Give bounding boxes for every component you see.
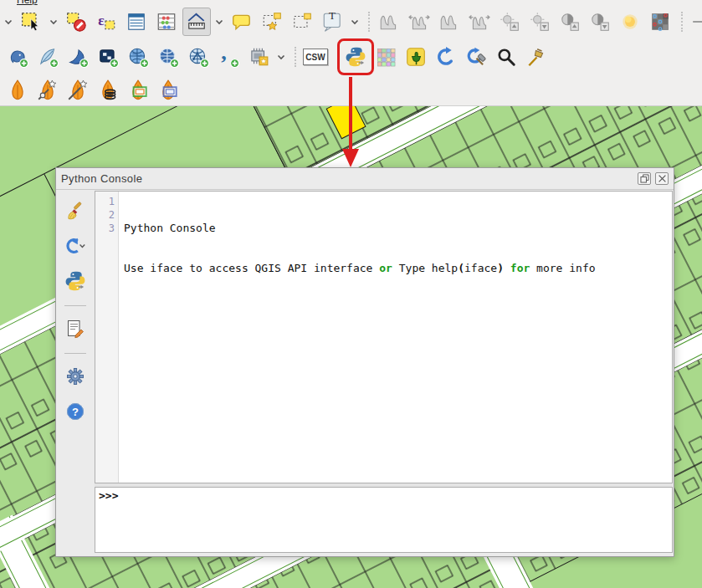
select-by-expression-button[interactable]: ε	[92, 8, 120, 36]
heatmap-green-frame-button[interactable]	[124, 76, 152, 105]
processing-tools-button[interactable]	[522, 43, 551, 71]
plugin-plug-icon	[405, 46, 427, 68]
expression-select-icon: ε	[95, 11, 117, 33]
deselect-icon	[65, 11, 87, 33]
rebuild-tools-button[interactable]	[462, 43, 490, 71]
select-dropdown[interactable]	[47, 8, 60, 36]
measure-button[interactable]	[182, 8, 211, 36]
line-number: 1	[95, 195, 115, 208]
python-console-button[interactable]	[341, 43, 370, 71]
annotation-dropdown[interactable]	[348, 8, 361, 36]
add-wms-layer-button[interactable]	[124, 43, 152, 71]
line-number: 3	[95, 222, 115, 235]
brightness-up-icon	[499, 11, 520, 33]
console-output-area[interactable]: 1 2 3 Python Console Use iface to access…	[95, 191, 673, 483]
separator	[64, 353, 86, 354]
heatmap-button[interactable]	[3, 76, 32, 105]
decrease-contrast-button[interactable]	[586, 8, 614, 36]
chevron-down-icon	[277, 54, 285, 60]
measure-icon	[186, 11, 208, 33]
search-button[interactable]	[492, 43, 520, 71]
menu-help[interactable]: Help	[17, 0, 38, 5]
clipped-tool-icon	[691, 11, 702, 33]
separator	[681, 12, 683, 32]
full-histogram-stretch-button[interactable]	[405, 8, 433, 36]
georeferencer-button[interactable]	[646, 8, 674, 36]
toolbar-overflow-chevron[interactable]	[2, 8, 15, 36]
select-features-button[interactable]	[17, 8, 45, 36]
flame-frame-blue-icon	[156, 79, 180, 102]
map-tips-button[interactable]	[228, 8, 256, 36]
hammer-tool-icon	[525, 46, 547, 68]
flame-frame-green-icon	[126, 79, 150, 102]
field-calculator-button[interactable]	[152, 8, 181, 36]
clipped-edge-button[interactable]	[688, 8, 702, 36]
new-bookmark-button[interactable]	[258, 8, 286, 36]
add-wcs-layer-button[interactable]	[154, 43, 182, 71]
run-command-button[interactable]	[63, 268, 88, 294]
local-histogram-stretch-button[interactable]	[375, 8, 403, 36]
clear-console-button[interactable]	[63, 198, 88, 223]
deselect-features-button[interactable]	[62, 8, 90, 36]
virtual-layer-dropdown[interactable]	[274, 43, 288, 71]
attribute-table-icon	[126, 11, 147, 33]
metasearch-csw-button-label: CSW	[303, 49, 327, 65]
refresh-arrow-icon	[435, 46, 457, 68]
show-editor-button[interactable]	[63, 316, 88, 341]
add-db2-layer-button[interactable]	[94, 43, 122, 71]
layers-plugins-toolbar: ,CSW	[0, 41, 552, 73]
console-input-area[interactable]: >>>	[95, 487, 673, 553]
heatmap-stack-button[interactable]	[94, 76, 122, 105]
svg-text:?: ?	[72, 406, 79, 418]
decrease-brightness-button[interactable]	[525, 8, 554, 36]
increase-contrast-button[interactable]	[556, 8, 584, 36]
add-delimited-text-layer-button[interactable]: ,	[214, 43, 243, 71]
metasearch-csw-button[interactable]: CSW	[301, 43, 330, 71]
flame-stack-icon	[96, 79, 120, 102]
line-number: 2	[95, 208, 115, 222]
select-features-icon	[20, 11, 42, 33]
show-bookmarks-icon	[291, 11, 313, 33]
full-cumulative-stretch-button[interactable]	[465, 8, 494, 36]
text-annotation-button[interactable]: T	[318, 8, 346, 36]
python-icon	[64, 269, 87, 293]
import-class-button[interactable]	[63, 233, 88, 258]
add-wfs-layer-button[interactable]	[184, 43, 213, 71]
reload-plugin-button[interactable]	[432, 43, 460, 71]
annotation-arrow	[340, 77, 361, 169]
separator	[368, 12, 370, 32]
open-attribute-table-button[interactable]	[122, 8, 151, 36]
highlight-labels-button[interactable]	[616, 8, 644, 36]
refresh-hammer-icon	[465, 46, 487, 68]
close-window-button[interactable]	[655, 172, 669, 185]
heatmap-blue-frame-button[interactable]	[154, 76, 182, 105]
console-prompt: >>>	[99, 489, 118, 502]
local-cumulative-stretch-button[interactable]	[435, 8, 464, 36]
measure-dropdown[interactable]	[213, 8, 226, 36]
console-titlebar[interactable]: Python Console	[56, 168, 674, 190]
chevron-down-icon	[215, 19, 223, 25]
increase-brightness-button[interactable]	[495, 8, 524, 36]
heatmap-star-wand-button[interactable]	[33, 76, 62, 105]
add-virtual-layer-button[interactable]	[244, 43, 273, 71]
search-icon	[495, 46, 517, 68]
svg-text:ε: ε	[98, 13, 105, 28]
console-line	[124, 302, 596, 315]
heatmap-wand-button[interactable]	[64, 76, 92, 105]
show-bookmarks-button[interactable]	[288, 8, 316, 36]
histogram-icon	[378, 11, 400, 33]
plugin-grid-button[interactable]	[371, 43, 400, 71]
wcs-globe-icon	[157, 46, 179, 68]
georeferencer-grid-icon	[649, 11, 671, 33]
histogram-icon	[438, 11, 460, 33]
histogram-arrows-icon	[469, 11, 490, 33]
add-postgis-layer-button[interactable]	[3, 43, 32, 71]
spatialite-feather-icon	[37, 46, 59, 68]
add-spatialite-layer-button[interactable]	[33, 43, 62, 71]
float-window-button[interactable]	[638, 172, 651, 185]
flame-wand-icon	[66, 79, 90, 102]
help-button[interactable]: ?	[63, 399, 88, 424]
plugin-manager-button[interactable]	[402, 43, 430, 71]
add-mssql-layer-button[interactable]	[64, 43, 92, 71]
options-button[interactable]	[63, 364, 88, 389]
